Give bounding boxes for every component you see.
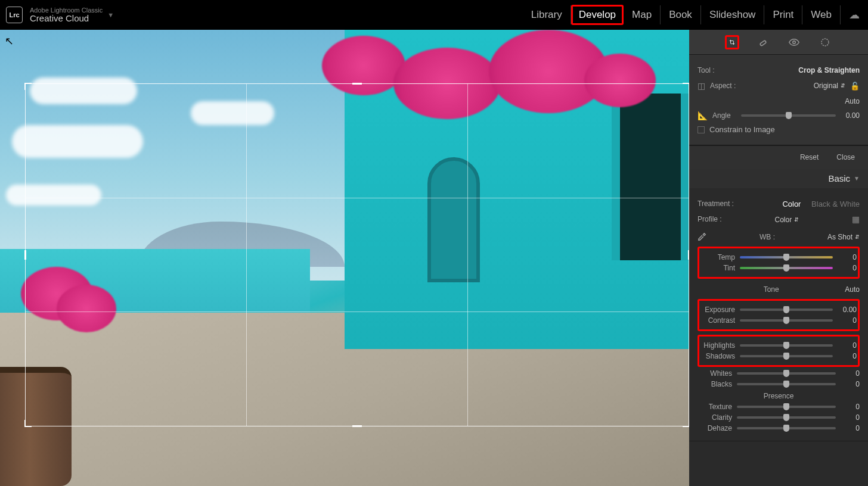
- constrain-checkbox[interactable]: [698, 126, 705, 133]
- contrast-value[interactable]: 0: [838, 316, 857, 325]
- updown-icon[interactable]: ⇵: [855, 234, 860, 240]
- crop-handle[interactable]: [689, 83, 689, 90]
- clarity-slider[interactable]: [737, 416, 836, 419]
- app-title: Adobe Lightroom Classic: [30, 7, 103, 14]
- exposure-label: Exposure: [700, 306, 735, 314]
- crop-handle[interactable]: [24, 420, 26, 427]
- redeye-tool-icon[interactable]: [787, 35, 801, 49]
- reset-button[interactable]: Reset: [795, 151, 823, 164]
- straighten-icon[interactable]: 📐: [698, 111, 708, 120]
- crop-handle[interactable]: [689, 420, 689, 427]
- nav-print[interactable]: Print: [764, 5, 802, 24]
- temp-slider[interactable]: [740, 256, 833, 258]
- tool-label: Tool :: [698, 66, 715, 74]
- wb-value[interactable]: As Shot: [827, 233, 852, 241]
- highlights-slider[interactable]: [740, 344, 833, 347]
- app-subtitle[interactable]: Creative Cloud: [30, 14, 103, 24]
- tint-slider[interactable]: [740, 267, 833, 269]
- nav-develop[interactable]: Develop: [571, 5, 624, 25]
- nav-map[interactable]: Map: [624, 5, 661, 24]
- texture-slider[interactable]: [737, 406, 836, 408]
- highlights-shadows-group: Highlights 0 Shadows 0: [698, 335, 860, 367]
- nav-book[interactable]: Book: [661, 5, 701, 24]
- blacks-value[interactable]: 0: [841, 380, 860, 388]
- shadows-label: Shadows: [700, 352, 735, 360]
- presence-label: Presence: [698, 392, 860, 400]
- angle-label: Angle: [712, 111, 736, 120]
- move-cursor-icon: ↖: [5, 35, 14, 48]
- basic-header[interactable]: Basic ▼: [689, 169, 868, 188]
- nav-library[interactable]: Library: [523, 5, 571, 24]
- right-panel: Tool : Crop & Straighten ◫ Aspect : Orig…: [689, 30, 868, 486]
- tool-strip: [689, 30, 868, 55]
- disclosure-icon[interactable]: ▼: [854, 175, 860, 182]
- updown-icon[interactable]: ⇵: [841, 83, 845, 89]
- clarity-label: Clarity: [698, 413, 732, 422]
- tone-label: Tone: [698, 285, 845, 294]
- angle-auto-button[interactable]: Auto: [845, 97, 860, 105]
- texture-value[interactable]: 0: [841, 403, 860, 411]
- shadows-value[interactable]: 0: [838, 352, 857, 360]
- svg-point-2: [822, 39, 829, 46]
- whites-slider[interactable]: [737, 372, 836, 375]
- nav-web[interactable]: Web: [802, 5, 841, 24]
- image-canvas[interactable]: ↖: [0, 30, 689, 486]
- crop-handle[interactable]: [352, 425, 362, 427]
- tool-name: Crop & Straighten: [798, 66, 860, 74]
- lock-icon[interactable]: 🔓: [850, 82, 860, 91]
- treatment-bw[interactable]: Black & White: [811, 200, 860, 208]
- dehaze-slider[interactable]: [737, 427, 836, 429]
- dehaze-label: Dehaze: [698, 424, 732, 432]
- contrast-slider[interactable]: [740, 319, 833, 322]
- texture-label: Texture: [698, 403, 732, 411]
- main-area: ↖: [0, 30, 868, 486]
- heal-tool-icon[interactable]: [756, 35, 770, 49]
- crop-frame[interactable]: [25, 83, 689, 426]
- profile-browser-icon[interactable]: ▦: [852, 214, 860, 224]
- svg-rect-0: [760, 40, 766, 46]
- dehaze-value[interactable]: 0: [841, 424, 860, 432]
- app-title-block: Adobe Lightroom Classic Creative Cloud: [30, 7, 103, 24]
- exposure-slider[interactable]: [740, 309, 833, 311]
- shadows-slider[interactable]: [740, 355, 833, 357]
- aspect-value[interactable]: Original: [814, 82, 838, 90]
- updown-icon[interactable]: ⇵: [794, 217, 799, 223]
- crop-handle[interactable]: [352, 83, 362, 85]
- angle-value[interactable]: 0.00: [841, 111, 860, 120]
- angle-slider[interactable]: [741, 114, 836, 117]
- treatment-color[interactable]: Color: [782, 200, 801, 208]
- svg-point-1: [793, 40, 796, 43]
- nav-slideshow[interactable]: Slideshow: [701, 5, 765, 24]
- crop-tool-icon[interactable]: [725, 35, 739, 49]
- mask-tool-icon[interactable]: [818, 35, 832, 49]
- crop-grid-line: [246, 84, 247, 426]
- clarity-value[interactable]: 0: [841, 413, 860, 422]
- exposure-value[interactable]: 0.00: [838, 306, 857, 314]
- module-nav: Library Develop Map Book Slideshow Print…: [523, 5, 862, 25]
- constrain-label: Constrain to Image: [709, 125, 775, 134]
- highlights-value[interactable]: 0: [838, 341, 857, 350]
- contrast-label: Contrast: [700, 316, 735, 325]
- crop-grid-line: [467, 84, 468, 426]
- crop-handle[interactable]: [24, 83, 26, 90]
- whites-label: Whites: [698, 369, 732, 378]
- exposure-contrast-group: Exposure 0.00 Contrast 0: [698, 299, 860, 331]
- basic-panel: Treatment : Color Black & White Profile …: [689, 188, 868, 441]
- temp-value[interactable]: 0: [838, 253, 857, 261]
- chevron-down-icon[interactable]: ▼: [107, 11, 114, 18]
- crop-handle[interactable]: [688, 250, 689, 260]
- crop-panel-buttons: Reset Close: [689, 145, 868, 169]
- crop-aspect-icon[interactable]: ◫: [698, 81, 705, 91]
- close-button[interactable]: Close: [832, 151, 860, 164]
- cloud-sync-icon[interactable]: ☁: [849, 8, 860, 21]
- profile-label: Profile :: [698, 215, 722, 223]
- treatment-label: Treatment :: [698, 200, 734, 208]
- tone-auto-button[interactable]: Auto: [845, 285, 860, 294]
- whites-value[interactable]: 0: [841, 369, 860, 378]
- top-bar: Lrc Adobe Lightroom Classic Creative Clo…: [0, 0, 868, 30]
- crop-handle[interactable]: [24, 250, 26, 260]
- profile-value[interactable]: Color: [775, 216, 792, 224]
- eyedropper-icon[interactable]: [698, 232, 707, 243]
- blacks-slider[interactable]: [737, 383, 836, 385]
- tint-value[interactable]: 0: [838, 264, 857, 272]
